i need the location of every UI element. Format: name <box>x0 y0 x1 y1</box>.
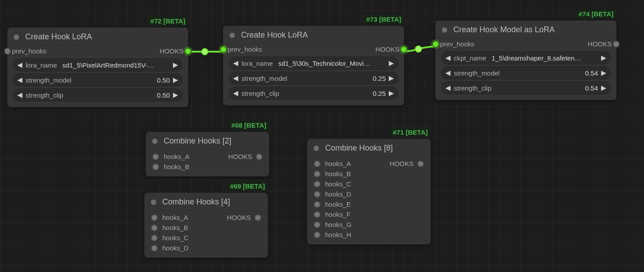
strength-clip-widget[interactable]: ◀ strength_clip 0.50 ▶ <box>13 88 183 102</box>
input-hooks-d[interactable]: hooks_D <box>145 243 268 253</box>
input-port[interactable] <box>314 211 321 218</box>
node-header[interactable]: Create Hook LoRA <box>8 28 188 45</box>
input-hooks-b[interactable]: hooks_B <box>146 162 269 172</box>
output-label: HOOKS <box>228 153 252 160</box>
collapse-toggle-icon[interactable] <box>151 200 156 205</box>
output-port-hooks[interactable] <box>254 214 261 221</box>
input-hooks-g[interactable]: hooks_G <box>307 219 430 230</box>
chevron-right-icon[interactable]: ▶ <box>388 89 395 97</box>
widget-label: strength_model <box>451 69 502 77</box>
input-port[interactable] <box>152 163 159 170</box>
collapse-toggle-icon[interactable] <box>442 27 447 33</box>
widget-value: 0.50 <box>74 76 172 84</box>
output-port-hooks[interactable] <box>417 160 424 167</box>
input-hooks-a[interactable]: hooks_A HOOKS <box>146 151 269 162</box>
widget-value: 0.25 <box>290 75 388 82</box>
input-hooks-a[interactable]: hooks_A HOOKS <box>145 212 268 223</box>
chevron-right-icon[interactable]: ▶ <box>601 84 607 92</box>
input-hooks-b[interactable]: hooks_B <box>307 169 430 179</box>
node-title: Combine Hooks [4] <box>162 197 230 207</box>
chevron-right-icon[interactable]: ▶ <box>172 76 179 84</box>
collapse-toggle-icon[interactable] <box>230 33 235 38</box>
strength-clip-widget[interactable]: ◀ strength_clip 0.25 ▶ <box>229 87 399 100</box>
chevron-right-icon[interactable]: ▶ <box>601 69 607 77</box>
input-port[interactable] <box>151 224 158 231</box>
input-hooks-a[interactable]: hooks_A HOOKS <box>307 159 430 169</box>
widget-value: sd1_5\PixelArtRedmond15V-… <box>60 61 172 69</box>
input-label: prev_hooks <box>12 47 46 55</box>
chevron-left-icon[interactable]: ◀ <box>233 59 239 67</box>
input-port[interactable] <box>314 181 321 188</box>
chevron-left-icon[interactable]: ◀ <box>445 84 451 92</box>
svg-point-0 <box>202 49 208 55</box>
input-label: hooks_C <box>325 180 351 188</box>
output-port-hooks[interactable] <box>613 41 620 48</box>
node-header[interactable]: Combine Hooks [4] <box>145 193 268 211</box>
lora-name-widget[interactable]: ◀ lora_name sd1_5\PixelArtRedmond15V-… ▶ <box>13 58 183 72</box>
widget-value: 0.54 <box>502 69 601 77</box>
input-port[interactable] <box>314 231 321 238</box>
widget-label: strength_model <box>239 75 290 82</box>
input-port[interactable] <box>314 221 321 228</box>
input-port-prev-hooks[interactable] <box>432 41 439 48</box>
input-port[interactable] <box>314 160 321 167</box>
output-port-hooks[interactable] <box>400 46 407 53</box>
collapse-toggle-icon[interactable] <box>14 34 19 40</box>
strength-model-widget[interactable]: ◀ strength_model 0.25 ▶ <box>229 72 399 85</box>
input-hooks-b[interactable]: hooks_B <box>145 223 268 233</box>
node-69-combine-hooks-4[interactable]: #69 [BETA] Combine Hooks [4] hooks_A HOO… <box>144 193 268 258</box>
widget-value: 0.50 <box>66 91 172 99</box>
input-hooks-e[interactable]: hooks_E <box>307 199 430 209</box>
input-label: prev_hooks <box>228 45 262 53</box>
strength-model-widget[interactable]: ◀ strength_model 0.50 ▶ <box>13 73 183 87</box>
chevron-left-icon[interactable]: ◀ <box>17 76 23 84</box>
node-72-create-hook-lora[interactable]: #72 [BETA] Create Hook LoRA prev_hooks H… <box>7 27 188 107</box>
input-label: hooks_A <box>325 160 351 167</box>
input-port[interactable] <box>152 153 159 160</box>
collapse-toggle-icon[interactable] <box>152 139 157 144</box>
strength-clip-widget[interactable]: ◀ strength_clip 0.54 ▶ <box>441 81 611 94</box>
node-header[interactable]: Combine Hooks [2] <box>146 132 269 150</box>
input-port[interactable] <box>314 191 321 198</box>
node-73-create-hook-lora[interactable]: #73 [BETA] Create Hook LoRA prev_hooks H… <box>223 26 404 106</box>
node-header[interactable]: Combine Hooks [8] <box>307 139 430 157</box>
chevron-left-icon[interactable]: ◀ <box>17 91 23 99</box>
node-71-combine-hooks-8[interactable]: #71 [BETA] Combine Hooks [8] hooks_A HOO… <box>307 139 431 245</box>
output-port-hooks[interactable] <box>256 153 263 160</box>
chevron-right-icon[interactable]: ▶ <box>388 74 395 82</box>
chevron-left-icon[interactable]: ◀ <box>17 61 23 69</box>
output-port-hooks[interactable] <box>184 48 192 55</box>
chevron-left-icon[interactable]: ◀ <box>233 74 239 82</box>
strength-model-widget[interactable]: ◀ strength_model 0.54 ▶ <box>441 66 611 79</box>
chevron-left-icon[interactable]: ◀ <box>445 54 451 62</box>
input-hooks-c[interactable]: hooks_C <box>307 179 430 189</box>
input-port[interactable] <box>151 214 158 221</box>
input-hooks-c[interactable]: hooks_C <box>145 233 268 243</box>
chevron-right-icon[interactable]: ▶ <box>388 59 395 67</box>
input-hooks-h[interactable]: hooks_H <box>307 230 430 240</box>
input-port-prev-hooks[interactable] <box>4 48 11 55</box>
node-68-combine-hooks-2[interactable]: #68 [BETA] Combine Hooks [2] hooks_A HOO… <box>146 132 269 177</box>
input-port-prev-hooks[interactable] <box>220 46 227 53</box>
chevron-left-icon[interactable]: ◀ <box>233 89 239 97</box>
chevron-right-icon[interactable]: ▶ <box>601 54 607 62</box>
node-title: Create Hook LoRA <box>241 30 308 40</box>
input-port[interactable] <box>314 201 321 208</box>
node-id-badge: #71 [BETA] <box>390 128 430 137</box>
input-hooks-f[interactable]: hooks_F <box>307 209 430 219</box>
ckpt-name-widget[interactable]: ◀ ckpt_name 1_5\dreamshaper_8.safeten… ▶ <box>441 51 611 64</box>
input-port[interactable] <box>151 245 158 252</box>
node-74-create-hook-model-as-lora[interactable]: #74 [BETA] Create Hook Model as LoRA pre… <box>435 20 617 100</box>
input-port[interactable] <box>151 234 158 242</box>
chevron-right-icon[interactable]: ▶ <box>172 91 179 99</box>
input-label: hooks_B <box>164 163 189 170</box>
chevron-left-icon[interactable]: ◀ <box>445 69 451 77</box>
input-hooks-d[interactable]: hooks_D <box>307 189 430 199</box>
lora-name-widget[interactable]: ◀ lora_name sd1_5\30s_Technicolor_Movi… … <box>229 57 399 70</box>
collapse-toggle-icon[interactable] <box>314 146 319 151</box>
input-port[interactable] <box>314 170 321 178</box>
node-header[interactable]: Create Hook Model as LoRA <box>436 21 616 38</box>
chevron-right-icon[interactable]: ▶ <box>172 61 179 69</box>
node-header[interactable]: Create Hook LoRA <box>223 26 404 44</box>
node-id-badge: #68 [BETA] <box>229 121 269 130</box>
